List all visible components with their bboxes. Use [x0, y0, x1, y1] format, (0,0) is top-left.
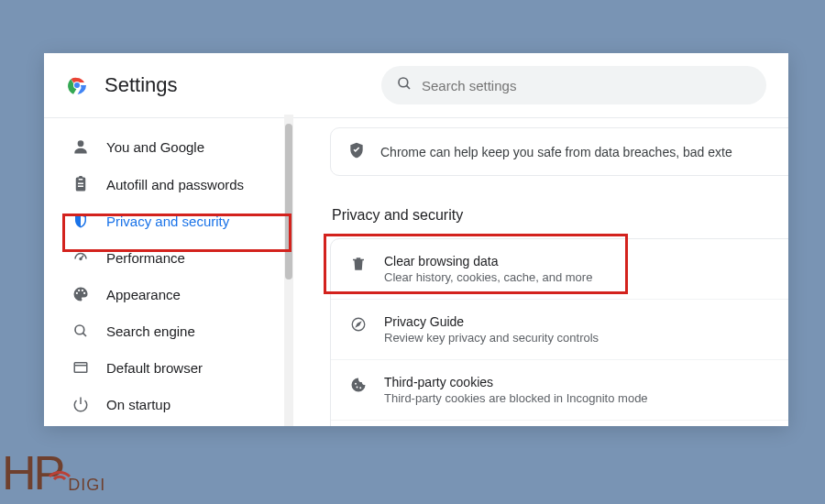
section-title: Privacy and security — [332, 207, 788, 224]
row-title: Third-party cookies — [384, 375, 648, 389]
sidebar-item-on-startup[interactable]: On startup — [44, 386, 280, 422]
sidebar-item-search-engine[interactable]: Search engine — [44, 312, 280, 349]
row-ad-privacy[interactable]: Ad privacy — [331, 421, 788, 426]
sidebar-label: On startup — [106, 397, 170, 412]
row-privacy-guide[interactable]: Privacy Guide Review key privacy and sec… — [331, 300, 788, 360]
row-subtitle: Review key privacy and security controls — [384, 331, 599, 345]
palette-icon — [72, 286, 90, 302]
shield-icon — [72, 213, 90, 229]
svg-point-5 — [78, 140, 84, 147]
row-title: Clear browsing data — [384, 254, 592, 268]
row-subtitle: Clear history, cookies, cache, and more — [384, 270, 592, 284]
sidebar-label: Search engine — [106, 323, 195, 339]
row-subtitle: Third-party cookies are blocked in Incog… — [384, 391, 648, 405]
content-area: Chrome can help keep you safe from data … — [280, 118, 788, 426]
svg-line-9 — [82, 333, 86, 336]
cookie-icon — [349, 377, 368, 393]
row-title: Privacy Guide — [384, 314, 599, 329]
trash-icon — [349, 256, 368, 272]
sidebar-label: Autofill and passwords — [106, 177, 244, 192]
svg-rect-10 — [74, 363, 87, 373]
settings-window: Settings You and Google Autofill and pas… — [44, 53, 788, 426]
compass-icon — [349, 316, 368, 333]
sidebar-item-performance[interactable]: Performance — [44, 239, 280, 276]
svg-point-7 — [80, 258, 82, 260]
sidebar-label: Appearance — [106, 287, 181, 302]
person-icon — [72, 137, 90, 156]
safety-text: Chrome can help keep you safe from data … — [380, 145, 732, 159]
search-icon — [396, 75, 412, 95]
sidebar-item-you-and-google[interactable]: You and Google — [44, 127, 280, 166]
privacy-card: Clear browsing data Clear history, cooki… — [330, 238, 788, 426]
header: Settings — [44, 53, 788, 118]
speedometer-icon — [72, 249, 90, 266]
svg-line-4 — [406, 85, 410, 89]
watermark-logo: HP DIGI — [2, 445, 105, 500]
safety-check-card[interactable]: Chrome can help keep you safe from data … — [330, 127, 788, 176]
row-third-party-cookies[interactable]: Third-party cookies Third-party cookies … — [331, 360, 788, 421]
svg-point-2 — [74, 82, 80, 88]
sidebar-item-autofill[interactable]: Autofill and passwords — [44, 166, 280, 203]
clipboard-icon — [72, 176, 90, 192]
row-clear-browsing-data[interactable]: Clear browsing data Clear history, cooki… — [331, 239, 788, 300]
svg-point-8 — [75, 325, 84, 334]
wifi-icon — [46, 438, 73, 493]
sidebar-scrollbar[interactable] — [284, 115, 293, 426]
svg-point-3 — [399, 78, 408, 87]
sidebar-label: Default browser — [106, 360, 203, 376]
sidebar-item-appearance[interactable]: Appearance — [44, 276, 280, 312]
sidebar-label: Performance — [106, 250, 185, 266]
sidebar-label: Privacy and security — [106, 214, 229, 229]
search-input[interactable] — [422, 78, 752, 93]
sidebar-label: You and Google — [106, 139, 204, 155]
shield-check-icon — [347, 141, 366, 162]
svg-marker-14 — [357, 323, 361, 327]
power-icon — [72, 396, 90, 412]
watermark-text-b: DIGI — [68, 476, 105, 495]
search-icon — [72, 323, 90, 339]
sidebar-item-privacy-security[interactable]: Privacy and security — [44, 203, 280, 239]
window-icon — [72, 359, 90, 376]
sidebar: You and Google Autofill and passwords Pr… — [44, 118, 280, 426]
search-settings[interactable] — [381, 66, 766, 104]
sidebar-item-default-browser[interactable]: Default browser — [44, 349, 280, 386]
page-title: Settings — [104, 73, 178, 97]
chrome-logo-icon — [66, 74, 88, 96]
